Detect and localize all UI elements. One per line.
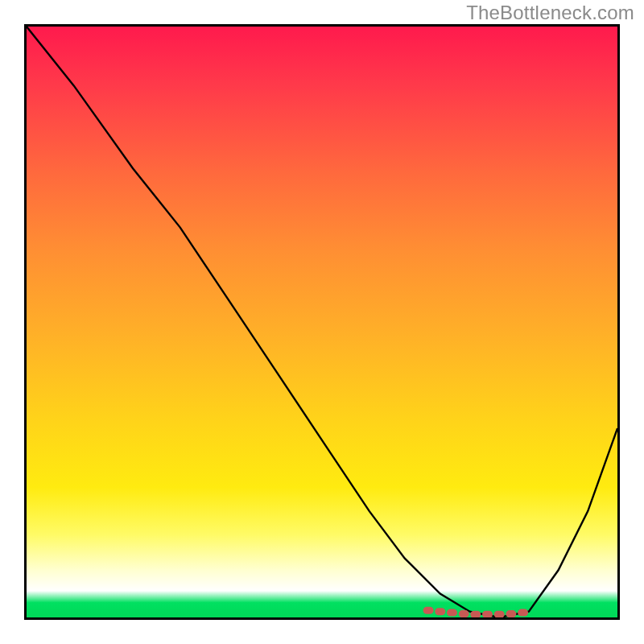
highlight-dots <box>427 610 525 614</box>
plot-area <box>24 24 620 620</box>
bottleneck-curve <box>27 27 617 617</box>
watermark-text: TheBottleneck.com <box>466 2 634 24</box>
chart-container: TheBottleneck.com <box>0 0 644 644</box>
highlight-dot <box>427 610 525 614</box>
curve-layer <box>27 27 617 617</box>
